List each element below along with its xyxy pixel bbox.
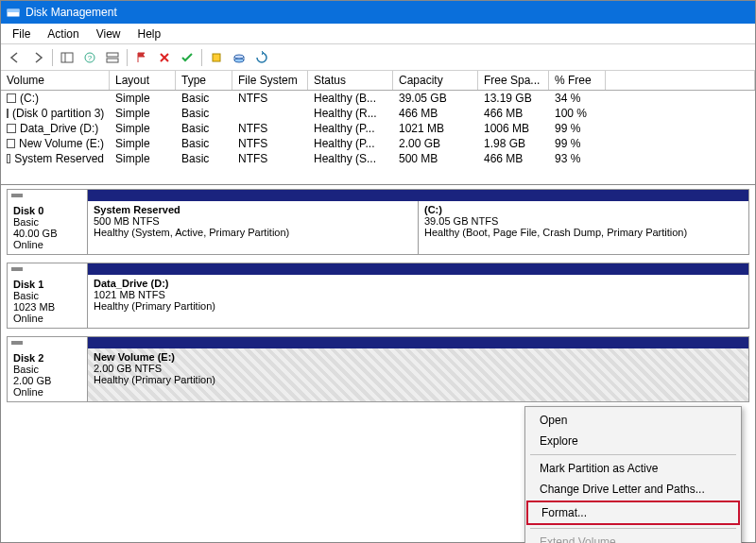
color-stripe [88, 190, 748, 201]
layout-icon[interactable] [102, 47, 123, 68]
svg-rect-6 [107, 53, 118, 57]
svg-rect-2 [61, 53, 73, 62]
separator [201, 49, 202, 66]
volume-name: System Reserved [1, 151, 110, 166]
ctx-extend[interactable]: Extend Volume... [526, 532, 740, 543]
partition[interactable]: (C:)39.05 GB NTFSHealthy (Boot, Page Fil… [418, 201, 748, 254]
separator [52, 49, 53, 66]
volume-row[interactable]: New Volume (E:)SimpleBasicNTFSHealthy (P… [1, 136, 755, 151]
partition-size: 2.00 GB NTFS [94, 363, 743, 374]
volume-row[interactable]: (Disk 0 partition 3)SimpleBasicHealthy (… [1, 106, 755, 121]
partition-size: 500 MB NTFS [94, 215, 412, 227]
delete-icon[interactable] [154, 47, 175, 68]
volume-name: Data_Drive (D:) [1, 121, 110, 136]
partition[interactable]: New Volume (E:)2.00 GB NTFSHealthy (Prim… [88, 348, 748, 401]
col-pct[interactable]: % Free [549, 71, 606, 90]
col-fs[interactable]: File System [232, 71, 308, 90]
separator [530, 528, 736, 529]
help-icon[interactable]: ? [79, 47, 100, 68]
partition-size: 39.05 GB NTFS [424, 215, 743, 227]
menu-view[interactable]: View [89, 25, 129, 42]
volume-list-header: Volume Layout Type File System Status Ca… [1, 71, 755, 91]
color-stripe [88, 337, 748, 348]
partition-status: Healthy (Primary Partition) [94, 300, 743, 312]
menu-action[interactable]: Action [40, 25, 86, 42]
color-stripe [88, 263, 748, 275]
context-menu: Open Explore Mark Partition as Active Ch… [524, 406, 742, 543]
disk-icon[interactable] [229, 47, 249, 68]
col-layout[interactable]: Layout [110, 71, 176, 90]
refresh-icon[interactable] [251, 47, 272, 68]
partition-status: Healthy (Boot, Page File, Crash Dump, Pr… [424, 227, 743, 238]
volume-row[interactable]: System ReservedSimpleBasicNTFSHealthy (S… [1, 151, 755, 166]
ctx-change-letter[interactable]: Change Drive Letter and Paths... [526, 479, 740, 500]
flag-icon[interactable] [131, 47, 152, 68]
volume-row[interactable]: (C:)SimpleBasicNTFSHealthy (B...39.05 GB… [1, 91, 755, 106]
volume-name: New Volume (E:) [1, 136, 110, 151]
partition[interactable]: System Reserved500 MB NTFSHealthy (Syste… [88, 201, 418, 254]
separator [530, 454, 736, 455]
forward-icon[interactable] [27, 47, 48, 68]
disk-header[interactable]: Disk 0Basic40.00 GBOnline [8, 190, 88, 254]
partition-title: Data_Drive (D:) [94, 278, 743, 289]
partition-title: System Reserved [94, 204, 412, 215]
svg-rect-1 [8, 9, 19, 12]
ctx-explore[interactable]: Explore [526, 431, 740, 451]
menu-bar: File Action View Help [1, 24, 755, 44]
ctx-mark-active[interactable]: Mark Partition as Active [526, 458, 740, 479]
volume-list: (C:)SimpleBasicNTFSHealthy (B...39.05 GB… [1, 91, 755, 185]
disk-badge [11, 194, 23, 197]
partition-title: (C:) [424, 204, 743, 215]
disk-badge [11, 341, 23, 345]
col-free[interactable]: Free Spa... [478, 71, 549, 90]
disk-row: Disk 2Basic2.00 GBOnlineNew Volume (E:)2… [7, 336, 749, 402]
partition-status: Healthy (Primary Partition) [94, 374, 743, 385]
disk-header[interactable]: Disk 2Basic2.00 GBOnline [8, 337, 88, 401]
disk-badge [11, 267, 23, 271]
partition-title: New Volume (E:) [94, 351, 743, 363]
col-type[interactable]: Type [176, 71, 232, 90]
svg-text:?: ? [88, 54, 93, 62]
window-title: Disk Management [26, 6, 117, 19]
graphical-view: Disk 0Basic40.00 GBOnlineSystem Reserved… [1, 185, 755, 410]
volume-icon [7, 124, 16, 133]
new-icon[interactable] [206, 47, 227, 68]
svg-rect-7 [107, 59, 118, 62]
separator [127, 49, 128, 66]
partition-size: 1021 MB NTFS [94, 289, 743, 300]
svg-point-12 [234, 55, 244, 59]
volume-icon [7, 93, 16, 103]
volume-icon [7, 139, 15, 148]
volume-name: (Disk 0 partition 3) [1, 106, 110, 121]
app-icon [7, 6, 20, 19]
volume-icon [7, 154, 10, 163]
disk-row: Disk 0Basic40.00 GBOnlineSystem Reserved… [7, 189, 749, 255]
ctx-open[interactable]: Open [526, 410, 740, 431]
ctx-format[interactable]: Format... [528, 502, 738, 523]
window-titlebar: Disk Management [1, 1, 755, 24]
back-icon[interactable] [5, 47, 26, 68]
volume-icon [7, 109, 9, 118]
col-capacity[interactable]: Capacity [393, 71, 478, 90]
toolbar: ? [1, 44, 755, 71]
panels-icon[interactable] [57, 47, 77, 68]
col-volume[interactable]: Volume [1, 71, 110, 90]
menu-file[interactable]: File [5, 25, 38, 42]
volume-name: (C:) [1, 91, 110, 106]
check-icon[interactable] [177, 47, 198, 68]
disk-row: Disk 1Basic1023 MBOnlineData_Drive (D:)1… [7, 263, 749, 329]
svg-rect-8 [213, 54, 220, 61]
col-status[interactable]: Status [308, 71, 393, 90]
svg-point-9 [234, 59, 244, 62]
partition[interactable]: Data_Drive (D:)1021 MB NTFSHealthy (Prim… [88, 275, 748, 328]
disk-header[interactable]: Disk 1Basic1023 MBOnline [8, 263, 88, 328]
menu-help[interactable]: Help [130, 25, 169, 42]
partition-status: Healthy (System, Active, Primary Partiti… [94, 227, 412, 238]
volume-row[interactable]: Data_Drive (D:)SimpleBasicNTFSHealthy (P… [1, 121, 755, 136]
